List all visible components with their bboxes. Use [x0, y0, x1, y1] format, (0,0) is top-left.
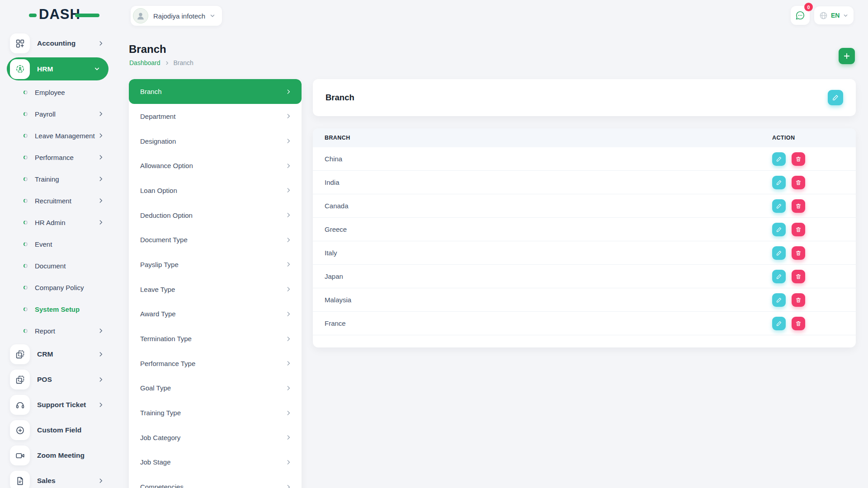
setup-menu-item-training-type[interactable]: Training Type [129, 400, 302, 425]
row-actions [769, 152, 856, 166]
breadcrumb-current: Branch [174, 59, 193, 66]
chevron-right-icon [98, 40, 104, 47]
panel-edit-button[interactable] [828, 90, 843, 105]
setup-menu-item-department[interactable]: Department [129, 104, 302, 129]
delete-malaysia-button[interactable] [792, 293, 805, 307]
sidebar-item-event[interactable]: Event [0, 233, 113, 255]
language-dropdown[interactable]: EN [814, 6, 854, 24]
delete-india-button[interactable] [792, 176, 805, 189]
setup-menu-item-deduction-option[interactable]: Deduction Option [129, 203, 302, 228]
setup-menu-item-designation[interactable]: Designation [129, 129, 302, 154]
workspace-name: Rajodiya infotech [153, 12, 205, 20]
edit-china-button[interactable] [772, 152, 786, 166]
delete-france-button[interactable] [792, 317, 805, 330]
setup-menu-item-branch[interactable]: Branch [129, 79, 302, 104]
edit-greece-button[interactable] [772, 223, 786, 236]
setup-menu-item-document-type[interactable]: Document Type [129, 227, 302, 252]
bullet-icon [24, 177, 28, 181]
edit-india-button[interactable] [772, 176, 786, 189]
branch-name-cell: Greece [313, 225, 769, 233]
column-header-branch: BRANCH [313, 135, 769, 141]
sidebar-item-performance[interactable]: Performance [0, 146, 113, 168]
workspace-dropdown[interactable]: Rajodiya infotech [131, 6, 222, 26]
setup-menu-item-termination-type[interactable]: Termination Type [129, 326, 302, 351]
sidebar-item-system-setup[interactable]: System Setup [0, 298, 113, 320]
setup-menu-item-label: Competencies [140, 483, 184, 488]
setup-menu-item-label: Payslip Type [140, 261, 179, 268]
table-row-india: India [313, 171, 856, 194]
edit-malaysia-button[interactable] [772, 293, 786, 307]
setup-menu-item-performance-type[interactable]: Performance Type [129, 351, 302, 376]
setup-menu-item-leave-type[interactable]: Leave Type [129, 277, 302, 302]
sidebar-item-report[interactable]: Report [0, 320, 113, 342]
edit-france-button[interactable] [772, 317, 786, 330]
sidebar-item-label: Company Policy [35, 284, 84, 291]
branch-table-card: BRANCH ACTION China India Canada Greece … [313, 128, 856, 347]
sidebar-item-custom-field[interactable]: Custom Field [0, 418, 113, 443]
chevron-right-icon [285, 138, 292, 144]
edit-italy-button[interactable] [772, 246, 786, 260]
chevron-right-icon [285, 434, 292, 441]
sidebar-item-employee[interactable]: Employee [0, 81, 113, 103]
branch-name-cell: Malaysia [313, 296, 769, 304]
chevron-down-icon [843, 13, 849, 19]
notification-badge: 0 [804, 3, 813, 11]
pos-icon [10, 370, 30, 389]
setup-menu-item-competencies[interactable]: Competencies [129, 474, 302, 488]
table-row-canada: Canada [313, 194, 856, 218]
sidebar-item-crm[interactable]: CRM [0, 342, 113, 367]
setup-menu-item-label: Leave Type [140, 286, 175, 293]
chevron-right-icon [285, 459, 292, 465]
breadcrumb-dashboard-link[interactable]: Dashboard [129, 59, 160, 66]
messages-button[interactable]: 0 [791, 6, 810, 25]
setup-menu-item-label: Deduction Option [140, 211, 193, 219]
setup-menu-item-job-stage[interactable]: Job Stage [129, 450, 302, 475]
setup-menu-item-allowance-option[interactable]: Allowance Option [129, 153, 302, 178]
bullet-icon [24, 242, 28, 246]
bullet-icon [24, 264, 28, 268]
sidebar-item-training[interactable]: Training [0, 168, 113, 190]
chevron-right-icon [98, 132, 104, 139]
sidebar-item-support-ticket[interactable]: Support Ticket [0, 392, 113, 418]
setup-menu-item-job-category[interactable]: Job Category [129, 425, 302, 450]
table-row-france: France [313, 312, 856, 335]
add-branch-button[interactable] [839, 48, 855, 64]
delete-greece-button[interactable] [792, 223, 805, 236]
table-body: China India Canada Greece Italy Japan Ma… [313, 147, 856, 335]
sidebar-item-company-policy[interactable]: Company Policy [0, 277, 113, 298]
setup-menu-item-label: Training Type [140, 409, 181, 417]
setup-menu-item-payslip-type[interactable]: Payslip Type [129, 252, 302, 277]
bullet-icon [24, 199, 28, 203]
sidebar-item-leave-management[interactable]: Leave Management [0, 125, 113, 146]
edit-canada-button[interactable] [772, 199, 786, 213]
sidebar-item-zoom-meeting[interactable]: Zoom Meeting [0, 443, 113, 468]
setup-menu-item-goal-type[interactable]: Goal Type [129, 376, 302, 401]
sidebar-item-pos[interactable]: POS [0, 367, 113, 392]
delete-japan-button[interactable] [792, 270, 805, 283]
delete-china-button[interactable] [792, 152, 805, 166]
delete-canada-button[interactable] [792, 199, 805, 213]
sidebar-item-accounting[interactable]: Accounting [0, 31, 113, 56]
setup-menu-item-loan-option[interactable]: Loan Option [129, 178, 302, 203]
bullet-icon [24, 90, 28, 94]
chevron-right-icon [98, 154, 104, 160]
delete-italy-button[interactable] [792, 246, 805, 260]
sidebar-item-recruitment[interactable]: Recruitment [0, 190, 113, 211]
sidebar-item-hrm[interactable]: HRM [7, 57, 108, 80]
setup-menu-item-label: Job Category [140, 434, 180, 441]
sidebar-item-hr-admin[interactable]: HR Admin [0, 211, 113, 233]
crm-icon [10, 344, 30, 364]
sidebar-item-document[interactable]: Document [0, 255, 113, 277]
sidebar-item-label: Custom Field [37, 426, 81, 434]
setup-menu-item-label: Job Stage [140, 458, 171, 466]
edit-japan-button[interactable] [772, 270, 786, 283]
chevron-right-icon [98, 328, 104, 334]
pencil-icon [832, 94, 839, 101]
chat-bubble-icon [795, 10, 805, 20]
setup-menu-item-award-type[interactable]: Award Type [129, 302, 302, 327]
sidebar-item-sales[interactable]: Sales [0, 468, 113, 488]
chevron-right-icon [98, 111, 104, 117]
sidebar-item-payroll[interactable]: Payroll [0, 103, 113, 125]
chevron-right-icon [285, 484, 292, 488]
sidebar-item-label: Event [35, 240, 52, 248]
